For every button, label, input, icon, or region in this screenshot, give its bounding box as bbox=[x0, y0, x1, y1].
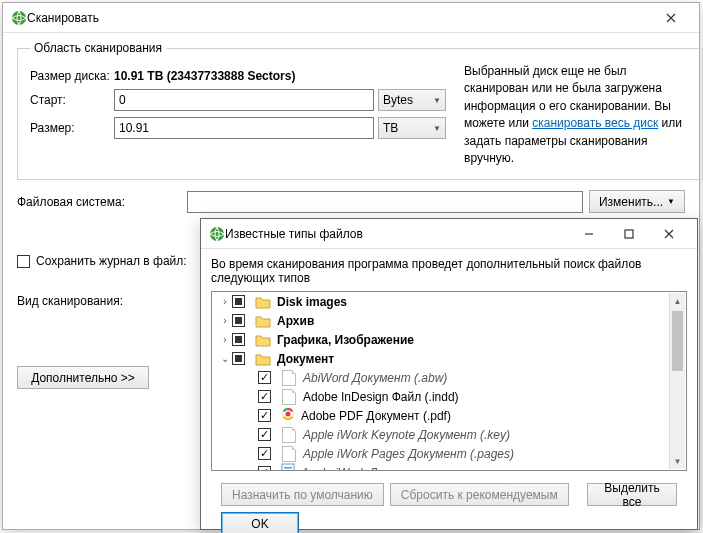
tree-item[interactable]: Apple iWork Keynote Документ (.key) bbox=[212, 425, 686, 444]
svg-point-4 bbox=[286, 412, 291, 417]
close-icon bbox=[666, 13, 676, 23]
pdf-icon bbox=[281, 406, 295, 425]
size-unit-value: TB bbox=[383, 121, 398, 135]
app-icon bbox=[209, 226, 225, 242]
tree-scrollbar[interactable]: ▲ ▼ bbox=[669, 293, 685, 469]
select-all-button[interactable]: Выделить все bbox=[587, 483, 677, 506]
item-label: Apple iWork Pages Документ (.pages) bbox=[303, 447, 514, 461]
start-unit-combo[interactable]: Bytes ▼ bbox=[378, 89, 446, 111]
save-log-label: Сохранить журнал в файл: bbox=[36, 254, 187, 268]
chevron-right-icon[interactable]: › bbox=[218, 296, 232, 307]
folder-icon bbox=[255, 333, 271, 347]
reset-recommended-button[interactable]: Сбросить к рекомендуемым bbox=[390, 483, 569, 506]
size-label: Размер: bbox=[30, 121, 114, 135]
scroll-up-icon[interactable]: ▲ bbox=[670, 293, 685, 309]
minimize-button[interactable] bbox=[569, 220, 609, 248]
folder-icon bbox=[255, 352, 271, 366]
disk-size-value: 10.91 TB (23437733888 Sectors) bbox=[114, 69, 295, 83]
chevron-right-icon[interactable]: › bbox=[218, 334, 232, 345]
app-icon bbox=[11, 10, 27, 26]
item-checkbox[interactable] bbox=[258, 371, 271, 384]
scan-type-label: Вид сканирования: bbox=[17, 294, 213, 308]
tree-category[interactable]: ›Disk images bbox=[212, 292, 686, 311]
chevron-down-icon: ▼ bbox=[433, 124, 441, 133]
category-label: Архив bbox=[277, 314, 314, 328]
filesystem-input[interactable] bbox=[187, 191, 583, 213]
tree-category[interactable]: ⌄Документ bbox=[212, 349, 686, 368]
scroll-thumb[interactable] bbox=[672, 311, 683, 371]
category-checkbox[interactable] bbox=[232, 314, 245, 327]
category-checkbox[interactable] bbox=[232, 295, 245, 308]
known-types-dialog: Известные типы файлов Во время сканирова… bbox=[200, 218, 698, 530]
item-label: Apple iWork Keynote Документ (.key) bbox=[303, 428, 510, 442]
category-label: Документ bbox=[277, 352, 334, 366]
disk-size-label: Размер диска: bbox=[30, 69, 114, 83]
file-types-tree[interactable]: ›Disk images›Архив›Графика, Изображение⌄… bbox=[211, 291, 687, 471]
size-unit-combo[interactable]: TB ▼ bbox=[378, 117, 446, 139]
item-checkbox[interactable] bbox=[258, 409, 271, 422]
set-default-button[interactable]: Назначить по умолчанию bbox=[221, 483, 384, 506]
maximize-button[interactable] bbox=[609, 220, 649, 248]
file-icon bbox=[282, 370, 296, 386]
save-log-checkbox[interactable] bbox=[17, 255, 30, 268]
filesystem-label: Файловая система: bbox=[17, 195, 187, 209]
item-label: Adobe InDesign Файл (.indd) bbox=[303, 390, 459, 404]
category-label: Disk images bbox=[277, 295, 347, 309]
window-title: Сканировать bbox=[27, 11, 651, 25]
folder-icon bbox=[255, 314, 271, 328]
category-checkbox[interactable] bbox=[232, 352, 245, 365]
tree-category[interactable]: ›Графика, Изображение bbox=[212, 330, 686, 349]
sub-footer: Назначить по умолчанию Сбросить к рекоме… bbox=[211, 477, 687, 533]
tree-item[interactable]: Apple iWork Документ bbox=[212, 463, 686, 471]
close-icon bbox=[664, 229, 674, 239]
tree-item[interactable]: Adobe PDF Документ (.pdf) bbox=[212, 406, 686, 425]
item-label: Apple iWork Документ bbox=[301, 466, 427, 472]
file-icon bbox=[282, 389, 296, 405]
tree-item[interactable]: AbiWord Документ (.abw) bbox=[212, 368, 686, 387]
item-checkbox[interactable] bbox=[258, 390, 271, 403]
chevron-right-icon[interactable]: › bbox=[218, 315, 232, 326]
start-unit-value: Bytes bbox=[383, 93, 413, 107]
scan-whole-disk-link[interactable]: сканировать весь диск bbox=[532, 116, 658, 130]
start-input[interactable] bbox=[114, 89, 374, 111]
item-checkbox[interactable] bbox=[258, 466, 271, 471]
tree-item[interactable]: Apple iWork Pages Документ (.pages) bbox=[212, 444, 686, 463]
svg-point-0 bbox=[12, 11, 26, 25]
item-checkbox[interactable] bbox=[258, 428, 271, 441]
tree-item[interactable]: Adobe InDesign Файл (.indd) bbox=[212, 387, 686, 406]
folder-icon bbox=[255, 295, 271, 309]
svg-rect-7 bbox=[284, 470, 292, 471]
sub-titlebar: Известные типы файлов bbox=[201, 219, 697, 249]
titlebar: Сканировать bbox=[3, 3, 699, 33]
maximize-icon bbox=[624, 229, 634, 239]
sub-close-button[interactable] bbox=[649, 220, 689, 248]
minimize-icon bbox=[584, 229, 594, 239]
item-label: AbiWord Документ (.abw) bbox=[303, 371, 447, 385]
size-input[interactable] bbox=[114, 117, 374, 139]
svg-rect-2 bbox=[625, 230, 633, 238]
file-icon bbox=[282, 427, 296, 443]
item-label: Adobe PDF Документ (.pdf) bbox=[301, 409, 451, 423]
scroll-down-icon[interactable]: ▼ bbox=[670, 453, 685, 469]
advanced-button[interactable]: Дополнительно >> bbox=[17, 366, 149, 389]
start-label: Старт: bbox=[30, 93, 114, 107]
chevron-down-icon: ▼ bbox=[667, 197, 675, 206]
scan-region-legend: Область сканирования bbox=[30, 41, 166, 55]
svg-rect-6 bbox=[284, 467, 292, 469]
sub-intro: Во время сканирования программа проведет… bbox=[211, 257, 687, 285]
sub-content: Во время сканирования программа проведет… bbox=[201, 249, 697, 533]
chevron-down-icon[interactable]: ⌄ bbox=[218, 353, 232, 364]
change-button[interactable]: Изменить... ▼ bbox=[589, 190, 685, 213]
scan-description: Выбранный диск еще не был сканирован или… bbox=[464, 63, 690, 167]
sub-window-title: Известные типы файлов bbox=[225, 227, 569, 241]
category-checkbox[interactable] bbox=[232, 333, 245, 346]
close-button[interactable] bbox=[651, 4, 691, 32]
item-checkbox[interactable] bbox=[258, 447, 271, 460]
chevron-down-icon: ▼ bbox=[433, 96, 441, 105]
file-icon bbox=[282, 446, 296, 462]
pages-icon bbox=[281, 463, 295, 471]
scan-region-group: Область сканирования Размер диска: 10.91… bbox=[17, 41, 703, 180]
ok-button[interactable]: OK bbox=[221, 512, 299, 533]
tree-category[interactable]: ›Архив bbox=[212, 311, 686, 330]
category-label: Графика, Изображение bbox=[277, 333, 414, 347]
